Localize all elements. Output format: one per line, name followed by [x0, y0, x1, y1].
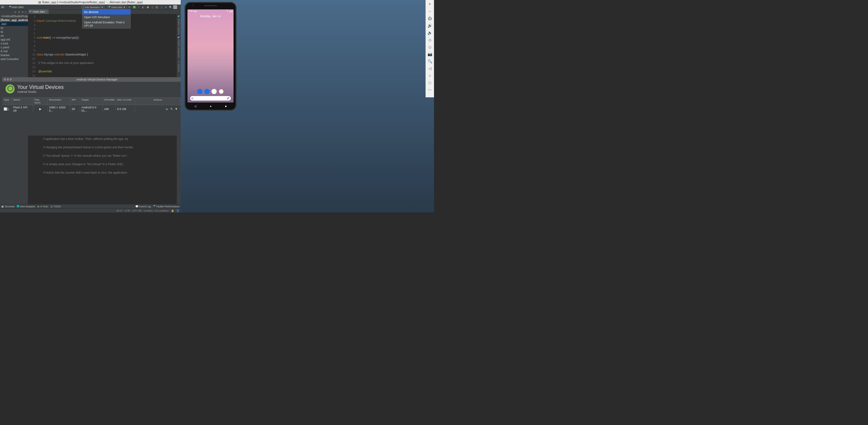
run-button[interactable]: [128, 5, 132, 9]
tree-item[interactable]: braries: [0, 53, 28, 57]
chat-icon: 💬: [135, 205, 138, 208]
inspector-icon[interactable]: 👤: [176, 209, 179, 212]
tree-item[interactable]: c.lock: [0, 41, 28, 45]
avd-heading: Your Virtual Devices: [17, 84, 64, 90]
rotate-right-button[interactable]: ◇: [428, 45, 432, 49]
gear-icon[interactable]: ⚙: [22, 11, 24, 13]
tab-flutter-outline[interactable]: Flutter Outline: [177, 16, 181, 35]
sdk-button[interactable]: ⬇: [164, 5, 168, 9]
coverage-button[interactable]: ◐: [142, 5, 145, 9]
messages-app-icon[interactable]: [204, 89, 210, 94]
tree-item[interactable]: c.yaml: [0, 45, 28, 49]
th-target[interactable]: Target: [80, 98, 103, 105]
tree-path[interactable]: ~/AndroidStudioProje: [0, 14, 28, 18]
volume-up-button[interactable]: 🔊: [428, 23, 432, 28]
back-button[interactable]: ◁: [428, 66, 432, 71]
power-button[interactable]: ⏻: [428, 16, 432, 21]
encoding[interactable]: UTF-8⇅: [132, 209, 142, 212]
tree-item[interactable]: re: [0, 26, 28, 30]
chrome-app-icon[interactable]: [219, 89, 224, 94]
dd-no-devices[interactable]: No devices: [83, 9, 130, 14]
recent-button[interactable]: ■: [225, 105, 227, 108]
crumb-lib[interactable]: lib: [1, 5, 4, 9]
zoom-button[interactable]: 🔍: [428, 59, 432, 64]
line-ending[interactable]: LF⇅: [125, 209, 130, 212]
tab-maindart[interactable]: main.dart ×: [28, 9, 49, 14]
dd-android-emulator[interactable]: Open Android Emulator: Pixel 2 API 28: [83, 20, 130, 28]
tree-item[interactable]: ta: [0, 30, 28, 34]
th-playstore[interactable]: Play Store: [33, 98, 48, 105]
back-button[interactable]: ◁: [194, 105, 196, 108]
signal-icon: ◢: [229, 10, 230, 12]
tab-dart-analysis[interactable]: Dart Analysis: [17, 205, 35, 208]
debug-button[interactable]: [132, 5, 136, 9]
home-button[interactable]: ●: [210, 105, 212, 108]
device-selector[interactable]: ▯ <no devices> ▼: [81, 5, 105, 9]
tree-module[interactable]: [flutter_app_android]: [0, 18, 28, 22]
collapse-icon[interactable]: ⇵: [18, 11, 20, 13]
phone-screen[interactable]: 3:46 ⚙ ▮ ▼ ◢ ▮ Monday, Jan 14: [187, 9, 234, 102]
profile-button[interactable]: ⫴: [137, 5, 141, 9]
rotate-left-button[interactable]: ◇: [428, 38, 432, 42]
more-button[interactable]: ⋯: [428, 88, 432, 92]
th-name[interactable]: Name: [12, 98, 33, 105]
tree-item[interactable]: app.iml: [0, 38, 28, 41]
tab-event-log[interactable]: 💬 Event Log: [135, 205, 151, 208]
cell-target: Android 9.0 (G...: [80, 105, 103, 113]
speaker-grille: [204, 5, 217, 6]
th-api[interactable]: API: [70, 98, 80, 105]
stop-button[interactable]: [155, 5, 159, 9]
tree-item[interactable]: and Consoles: [0, 57, 28, 61]
lock-icon[interactable]: 🔒: [171, 209, 174, 212]
recent-button[interactable]: □: [428, 81, 432, 85]
avd-menu-button[interactable]: ▼: [175, 108, 178, 111]
close-button[interactable]: ×: [428, 2, 432, 6]
phone-app-icon[interactable]: [197, 89, 203, 94]
avd-title-bar[interactable]: Android Virtual Device Manager: [2, 77, 181, 82]
tab-flutter-perf[interactable]: Flutter Performance: [153, 205, 179, 208]
launch-avd-button[interactable]: ▶: [166, 108, 168, 111]
assistant-icon[interactable]: 🎤: [227, 97, 230, 100]
camera-button[interactable]: 📷: [428, 52, 432, 56]
context[interactable]: Context: <no context>: [144, 209, 169, 212]
minimize-button[interactable]: −: [428, 9, 432, 13]
table-row[interactable]: ⬜▯ Pixel 2 API 28 ▶ 1080 × 1920: 4... 28…: [2, 105, 181, 113]
tab-terminal[interactable]: ▣ Terminal: [1, 205, 14, 208]
android-status-bar: 3:46 ⚙ ▮ ▼ ◢ ▮: [187, 9, 234, 13]
volume-down-button[interactable]: 🔉: [428, 30, 432, 35]
run-config-selector[interactable]: main.dart ▼: [107, 5, 127, 9]
search-button[interactable]: 🔍: [169, 5, 173, 9]
th-resolution[interactable]: Resolution: [48, 98, 70, 105]
hide-icon[interactable]: ⎘: [25, 11, 27, 13]
tab-device[interactable]: ▯Device: [177, 60, 181, 72]
playstore-app-icon[interactable]: [212, 89, 217, 94]
front-camera: [192, 4, 194, 6]
hot-reload-button[interactable]: ⚡: [146, 5, 150, 9]
minimize-traffic-light[interactable]: [7, 79, 9, 81]
tree-item[interactable]: es: [0, 34, 28, 38]
tree-maindart[interactable]: .dart: [0, 22, 28, 26]
dart-file-icon: [30, 11, 32, 13]
dd-ios-simulator[interactable]: Open iOS Simulator: [83, 14, 130, 20]
close-traffic-light[interactable]: [4, 79, 6, 81]
close-icon[interactable]: ×: [46, 10, 48, 13]
target-icon[interactable]: ⊕: [14, 11, 17, 13]
tree-item[interactable]: E.md: [0, 49, 28, 53]
attach-button[interactable]: ▯: [151, 5, 154, 9]
th-size[interactable]: Size on Disk: [116, 98, 135, 105]
tab-todo[interactable]: ☑ TODO: [51, 205, 61, 208]
tab-run[interactable]: ▶ 4: Run: [38, 205, 48, 208]
google-search-bar[interactable]: G 🎤: [190, 96, 231, 100]
cursor-position[interactable]: 95:47: [117, 209, 123, 212]
crumb-file[interactable]: main.dart: [11, 5, 24, 9]
tab-flutter-inspector[interactable]: Flutter Inspector: [177, 37, 181, 58]
avatar-icon[interactable]: [173, 5, 177, 9]
th-cpu[interactable]: CPU/ABI: [103, 98, 116, 105]
avd-button[interactable]: ▯: [160, 5, 163, 9]
zoom-traffic-light[interactable]: [10, 79, 12, 81]
th-actions[interactable]: Actions: [135, 98, 181, 105]
home-button[interactable]: ○: [428, 73, 432, 78]
flutter-icon: [153, 205, 156, 207]
th-type[interactable]: Type: [2, 98, 12, 105]
edit-avd-button[interactable]: ✎: [170, 108, 173, 111]
